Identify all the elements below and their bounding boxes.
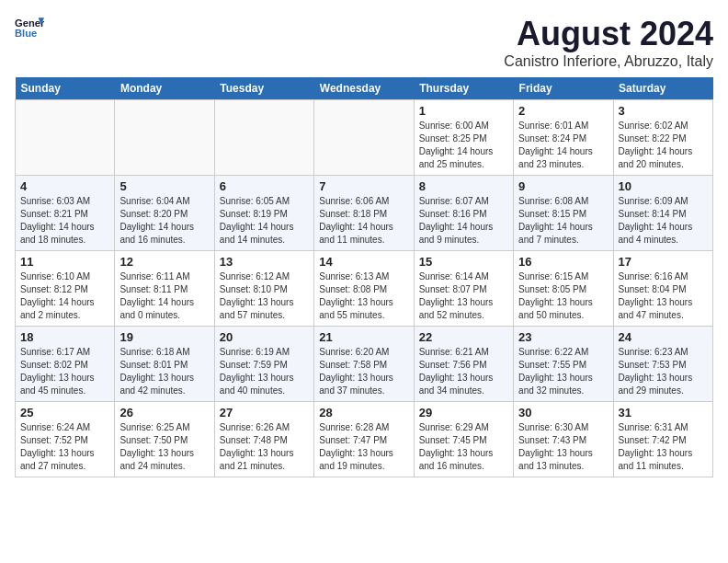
calendar-week-row: 4Sunrise: 6:03 AM Sunset: 8:21 PM Daylig… [16,176,713,251]
day-info: Sunrise: 6:31 AM Sunset: 7:42 PM Dayligh… [619,421,708,473]
day-info: Sunrise: 6:22 AM Sunset: 7:55 PM Dayligh… [518,346,608,397]
svg-text:Blue: Blue [15,28,37,39]
calendar-cell: 4Sunrise: 6:03 AM Sunset: 8:21 PM Daylig… [16,176,115,251]
day-info: Sunrise: 6:18 AM Sunset: 8:01 PM Dayligh… [119,346,209,397]
day-number: 11 [20,255,109,269]
day-info: Sunrise: 6:03 AM Sunset: 8:21 PM Dayligh… [20,195,109,247]
day-number: 17 [619,255,708,269]
day-info: Sunrise: 6:26 AM Sunset: 7:48 PM Dayligh… [220,421,309,473]
day-number: 27 [220,406,309,419]
calendar-cell [214,100,313,176]
day-number: 1 [419,104,508,118]
day-info: Sunrise: 6:05 AM Sunset: 8:19 PM Dayligh… [220,195,309,247]
day-number: 6 [220,179,309,193]
day-number: 28 [319,406,408,419]
calendar-cell: 14Sunrise: 6:13 AM Sunset: 8:08 PM Dayli… [314,251,414,327]
day-number: 25 [20,406,109,419]
calendar-week-row: 1Sunrise: 6:00 AM Sunset: 8:25 PM Daylig… [16,100,713,176]
calendar-cell: 27Sunrise: 6:26 AM Sunset: 7:48 PM Dayli… [214,402,313,477]
day-number: 9 [518,179,608,193]
day-number: 5 [119,179,209,193]
calendar-cell: 8Sunrise: 6:07 AM Sunset: 8:16 PM Daylig… [414,176,513,251]
calendar-cell: 1Sunrise: 6:00 AM Sunset: 8:25 PM Daylig… [414,100,513,176]
day-number: 15 [419,255,508,269]
calendar-cell: 19Sunrise: 6:18 AM Sunset: 8:01 PM Dayli… [115,327,214,402]
calendar-cell: 26Sunrise: 6:25 AM Sunset: 7:50 PM Dayli… [115,402,214,477]
day-number: 2 [518,104,608,118]
calendar-cell: 22Sunrise: 6:21 AM Sunset: 7:56 PM Dayli… [414,327,513,402]
main-title: August 2024 [504,15,713,53]
calendar-cell: 11Sunrise: 6:10 AM Sunset: 8:12 PM Dayli… [16,251,115,327]
calendar-cell: 21Sunrise: 6:20 AM Sunset: 7:58 PM Dayli… [314,327,414,402]
logo-icon: General Blue [15,15,44,40]
day-number: 21 [319,330,408,344]
calendar-cell: 18Sunrise: 6:17 AM Sunset: 8:02 PM Dayli… [16,327,115,402]
calendar-cell: 13Sunrise: 6:12 AM Sunset: 8:10 PM Dayli… [214,251,313,327]
day-number: 19 [119,330,209,344]
day-number: 18 [20,330,109,344]
calendar-cell: 31Sunrise: 6:31 AM Sunset: 7:42 PM Dayli… [613,402,712,477]
day-number: 20 [220,330,309,344]
calendar-week-row: 25Sunrise: 6:24 AM Sunset: 7:52 PM Dayli… [16,402,713,477]
day-info: Sunrise: 6:14 AM Sunset: 8:07 PM Dayligh… [419,270,508,322]
day-info: Sunrise: 6:01 AM Sunset: 8:24 PM Dayligh… [518,120,608,171]
day-info: Sunrise: 6:04 AM Sunset: 8:20 PM Dayligh… [119,195,209,247]
weekday-header-monday: Monday [115,77,214,100]
day-info: Sunrise: 6:00 AM Sunset: 8:25 PM Dayligh… [419,120,508,171]
weekday-header-friday: Friday [514,77,613,100]
day-info: Sunrise: 6:15 AM Sunset: 8:05 PM Dayligh… [518,270,608,322]
day-info: Sunrise: 6:17 AM Sunset: 8:02 PM Dayligh… [20,346,109,397]
calendar-week-row: 18Sunrise: 6:17 AM Sunset: 8:02 PM Dayli… [16,327,713,402]
day-number: 30 [518,406,608,419]
day-number: 13 [220,255,309,269]
day-number: 7 [319,179,408,193]
day-info: Sunrise: 6:11 AM Sunset: 8:11 PM Dayligh… [119,270,209,322]
calendar-cell: 25Sunrise: 6:24 AM Sunset: 7:52 PM Dayli… [16,402,115,477]
calendar-cell: 28Sunrise: 6:28 AM Sunset: 7:47 PM Dayli… [314,402,414,477]
calendar-cell [16,100,115,176]
header: General Blue August 2024 Canistro Inferi… [15,15,713,70]
day-number: 8 [419,179,508,193]
day-info: Sunrise: 6:28 AM Sunset: 7:47 PM Dayligh… [319,421,408,473]
calendar-cell: 3Sunrise: 6:02 AM Sunset: 8:22 PM Daylig… [613,100,712,176]
calendar-cell: 12Sunrise: 6:11 AM Sunset: 8:11 PM Dayli… [115,251,214,327]
calendar-cell: 16Sunrise: 6:15 AM Sunset: 8:05 PM Dayli… [514,251,613,327]
day-number: 26 [119,406,209,419]
day-info: Sunrise: 6:08 AM Sunset: 8:15 PM Dayligh… [518,195,608,247]
weekday-header-saturday: Saturday [613,77,712,100]
weekday-header-wednesday: Wednesday [314,77,414,100]
calendar-cell [314,100,414,176]
calendar-cell: 7Sunrise: 6:06 AM Sunset: 8:18 PM Daylig… [314,176,414,251]
day-info: Sunrise: 6:19 AM Sunset: 7:59 PM Dayligh… [220,346,309,397]
day-info: Sunrise: 6:25 AM Sunset: 7:50 PM Dayligh… [119,421,209,473]
day-number: 12 [119,255,209,269]
day-number: 3 [619,104,708,118]
day-info: Sunrise: 6:06 AM Sunset: 8:18 PM Dayligh… [319,195,408,247]
day-info: Sunrise: 6:29 AM Sunset: 7:45 PM Dayligh… [419,421,508,473]
day-number: 10 [619,179,708,193]
day-info: Sunrise: 6:21 AM Sunset: 7:56 PM Dayligh… [419,346,508,397]
day-info: Sunrise: 6:20 AM Sunset: 7:58 PM Dayligh… [319,346,408,397]
day-number: 29 [419,406,508,419]
calendar-cell [115,100,214,176]
day-number: 23 [518,330,608,344]
calendar-cell: 10Sunrise: 6:09 AM Sunset: 8:14 PM Dayli… [613,176,712,251]
calendar-cell: 30Sunrise: 6:30 AM Sunset: 7:43 PM Dayli… [514,402,613,477]
calendar-cell: 15Sunrise: 6:14 AM Sunset: 8:07 PM Dayli… [414,251,513,327]
weekday-header-row: SundayMondayTuesdayWednesdayThursdayFrid… [16,77,713,100]
day-number: 14 [319,255,408,269]
calendar-cell: 24Sunrise: 6:23 AM Sunset: 7:53 PM Dayli… [613,327,712,402]
title-area: August 2024 Canistro Inferiore, Abruzzo,… [504,15,713,70]
subtitle: Canistro Inferiore, Abruzzo, Italy [504,53,713,70]
day-info: Sunrise: 6:02 AM Sunset: 8:22 PM Dayligh… [619,120,708,171]
weekday-header-tuesday: Tuesday [214,77,313,100]
calendar-table: SundayMondayTuesdayWednesdayThursdayFrid… [15,77,713,477]
calendar-cell: 20Sunrise: 6:19 AM Sunset: 7:59 PM Dayli… [214,327,313,402]
day-info: Sunrise: 6:07 AM Sunset: 8:16 PM Dayligh… [419,195,508,247]
day-number: 4 [20,179,109,193]
day-info: Sunrise: 6:24 AM Sunset: 7:52 PM Dayligh… [20,421,109,473]
calendar-cell: 23Sunrise: 6:22 AM Sunset: 7:55 PM Dayli… [514,327,613,402]
day-info: Sunrise: 6:30 AM Sunset: 7:43 PM Dayligh… [518,421,608,473]
weekday-header-sunday: Sunday [16,77,115,100]
calendar-cell: 17Sunrise: 6:16 AM Sunset: 8:04 PM Dayli… [613,251,712,327]
